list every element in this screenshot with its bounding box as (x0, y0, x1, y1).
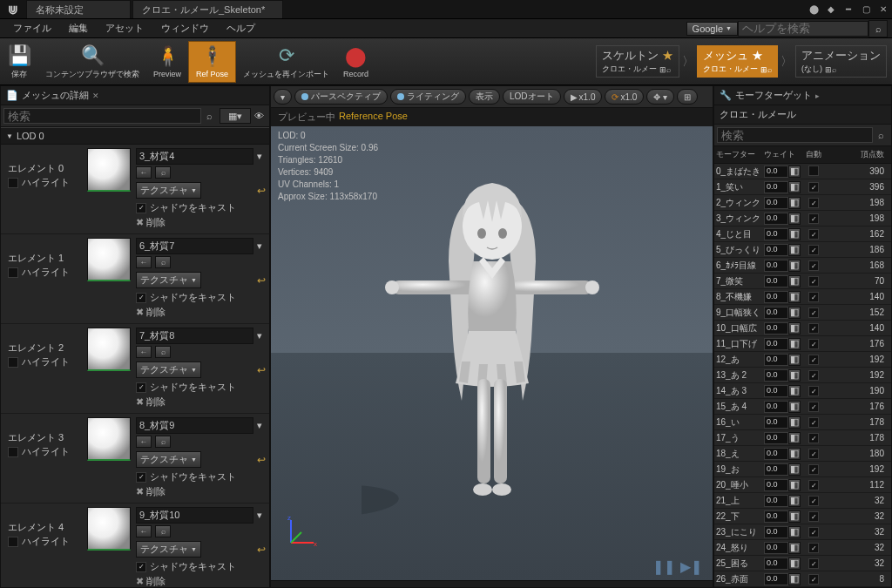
morph-auto-checkbox[interactable]: ✓ (808, 198, 819, 208)
morph-auto-checkbox[interactable]: ✓ (808, 464, 819, 475)
morph-weight-field[interactable]: 0.0 (764, 510, 788, 523)
revert-icon[interactable]: ↩ (257, 544, 266, 556)
morph-auto-checkbox[interactable]: ✓ (808, 355, 819, 365)
morph-weight-spinner[interactable]: ◧ (788, 573, 801, 585)
morph-weight-field[interactable]: 0.0 (764, 558, 788, 570)
morph-auto-checkbox[interactable]: ✓ (808, 480, 819, 490)
morph-auto-checkbox[interactable]: ✓ (808, 370, 819, 381)
revert-icon[interactable]: ↩ (257, 454, 266, 466)
morph-weight-spinner[interactable]: ◧ (788, 213, 801, 225)
morph-weight-field[interactable]: 0.0 (764, 369, 788, 382)
morph-auto-checkbox[interactable]: ✓ (808, 260, 819, 271)
morph-weight-field[interactable]: 0.0 (764, 416, 788, 429)
morph-auto-checkbox[interactable]: ✓ (808, 386, 819, 396)
morph-weight-spinner[interactable]: ◧ (788, 307, 801, 319)
morph-weight-field[interactable]: 0.0 (764, 401, 788, 413)
use-arrow-button[interactable]: ← (136, 256, 152, 268)
morph-auto-checkbox[interactable]: ✓ (808, 417, 819, 428)
menu-window[interactable]: ウィンドウ (152, 20, 218, 37)
morph-weight-field[interactable]: 0.0 (764, 228, 788, 240)
morph-auto-checkbox[interactable]: ✓ (808, 496, 819, 506)
morph-weight-spinner[interactable]: ◧ (788, 401, 801, 413)
texture-dropdown[interactable]: テクスチャ▼ (136, 362, 201, 378)
minimize-button[interactable]: ━ (841, 3, 856, 16)
morph-weight-field[interactable]: 0.0 (764, 495, 788, 507)
morph-weight-spinner[interactable]: ◧ (788, 322, 801, 335)
chat-icon[interactable]: ⬤ (806, 3, 821, 16)
morph-auto-checkbox[interactable]: ✓ (808, 323, 819, 334)
morph-auto-checkbox[interactable]: ✓ (808, 543, 819, 553)
material-thumbnail[interactable] (87, 148, 131, 192)
morph-auto-checkbox[interactable]: ✓ (808, 558, 819, 569)
menu-help[interactable]: ヘルプ (218, 20, 264, 37)
morph-weight-field[interactable]: 0.0 (764, 573, 788, 585)
morph-weight-field[interactable]: 0.0 (764, 479, 788, 491)
morph-auto-checkbox[interactable]: ✓ (808, 182, 819, 193)
morph-auto-checkbox[interactable]: ✓ (808, 276, 819, 287)
material-dropdown-icon[interactable]: ▾ (253, 330, 266, 341)
morph-weight-field[interactable]: 0.0 (764, 448, 788, 460)
morph-weight-field[interactable]: 0.0 (764, 166, 788, 178)
texture-dropdown[interactable]: テクスチャ▼ (136, 182, 201, 199)
morph-weight-field[interactable]: 0.0 (764, 244, 788, 256)
morph-weight-spinner[interactable]: ◧ (788, 463, 801, 476)
highlight-checkbox[interactable] (8, 357, 18, 368)
visibility-icon[interactable]: 👁 (251, 111, 267, 121)
shadow-checkbox[interactable]: ✓ (136, 472, 146, 483)
morph-weight-spinner[interactable]: ◧ (788, 479, 801, 491)
highlight-checkbox[interactable] (8, 537, 18, 547)
lod-auto-button[interactable]: LODオート (503, 89, 561, 105)
preview-button[interactable]: 🧍 Preview (146, 41, 188, 83)
material-name-field[interactable]: 3_材質4 (136, 148, 253, 165)
morph-weight-spinner[interactable]: ◧ (788, 228, 801, 240)
delete-icon[interactable]: ✖ (136, 217, 144, 228)
nav-mesh[interactable]: メッシュ ★ クロエ・ルメー ⊞⌕ (697, 45, 778, 78)
morph-auto-checkbox[interactable]: ✓ (808, 245, 819, 255)
morph-weight-spinner[interactable]: ◧ (788, 495, 801, 507)
transform-gizmo-button[interactable]: ✥ ▾ (646, 89, 674, 105)
morph-auto-checkbox[interactable]: ✓ (808, 339, 819, 349)
material-thumbnail[interactable] (87, 507, 131, 551)
delete-icon[interactable]: ✖ (136, 307, 144, 318)
lod-category-header[interactable]: ▼ LOD 0 (1, 127, 269, 145)
use-arrow-button[interactable]: ← (136, 346, 152, 358)
morph-weight-field[interactable]: 0.0 (764, 275, 788, 287)
step-button[interactable]: ▶❚ (680, 558, 702, 575)
tab-skeleton[interactable]: クロエ・ルメール_Skeleton* (132, 0, 283, 18)
menu-edit[interactable]: 編集 (60, 20, 97, 37)
morph-auto-checkbox[interactable]: ✓ (808, 229, 819, 240)
material-dropdown-icon[interactable]: ▾ (253, 240, 266, 252)
morph-weight-spinner[interactable]: ◧ (788, 558, 801, 570)
morph-weight-spinner[interactable]: ◧ (788, 244, 801, 256)
morph-auto-checkbox[interactable]: ✓ (808, 527, 819, 537)
morph-weight-field[interactable]: 0.0 (764, 432, 788, 444)
shadow-checkbox[interactable]: ✓ (136, 203, 146, 213)
browse-to-button[interactable]: ⌕ (155, 256, 171, 268)
morph-weight-field[interactable]: 0.0 (764, 338, 788, 350)
material-name-field[interactable]: 7_材質8 (136, 328, 253, 344)
record-button[interactable]: ⬤ Record (336, 41, 375, 83)
grid-snap-button[interactable]: ⊞ (677, 89, 698, 105)
morph-weight-field[interactable]: 0.0 (764, 542, 788, 554)
nav-skeleton[interactable]: スケルトン ★ クロエ・ルメー ⊞⌕ (596, 45, 679, 78)
close-tab-icon[interactable]: ✕ (92, 91, 99, 100)
speed1-button[interactable]: ▶x1.0 (564, 89, 603, 105)
delete-icon[interactable]: ✖ (136, 486, 144, 497)
browse-to-button[interactable]: ⌕ (155, 436, 171, 448)
material-thumbnail[interactable] (87, 328, 131, 371)
character-preview[interactable] (362, 157, 623, 531)
tab-untitled[interactable]: 名称未設定 (26, 0, 131, 18)
morph-auto-checkbox[interactable]: ✓ (808, 308, 819, 318)
help-search-input[interactable] (738, 21, 868, 37)
pause-button[interactable]: ❚❚ (652, 558, 675, 575)
highlight-checkbox[interactable] (8, 267, 18, 278)
refpose-button[interactable]: 🕴 Ref Pose (188, 41, 236, 83)
morph-weight-spinner[interactable]: ◧ (788, 275, 801, 287)
menu-file[interactable]: ファイル (4, 20, 60, 37)
morph-weight-spinner[interactable]: ◧ (788, 260, 801, 272)
delete-icon[interactable]: ✖ (136, 396, 144, 408)
reimport-button[interactable]: ⟳ メッシュを再インポート (236, 41, 336, 83)
morph-weight-spinner[interactable]: ◧ (788, 510, 801, 523)
browse-to-button[interactable]: ⌕ (155, 525, 171, 537)
morph-auto-checkbox[interactable]: ✓ (808, 213, 819, 224)
